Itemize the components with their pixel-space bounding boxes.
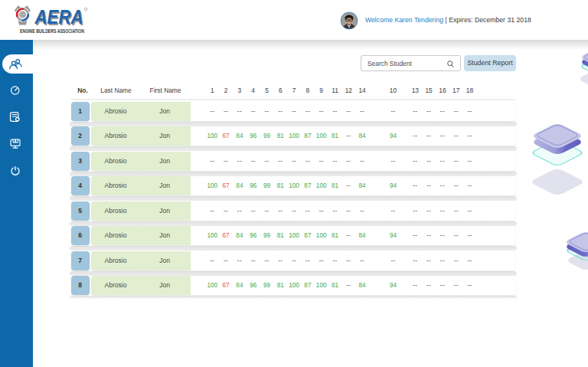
svg-text:ENGINE BUILDERS ASSOCIATION: ENGINE BUILDERS ASSOCIATION <box>20 28 84 34</box>
svg-text:AERA: AERA <box>34 6 83 28</box>
